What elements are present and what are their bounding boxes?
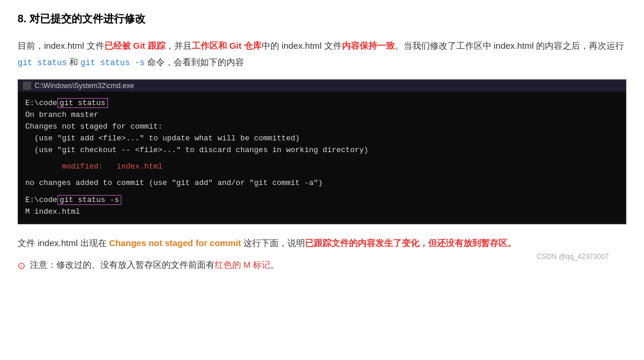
cmd-line-4: (use "git add <file>..." to update what … xyxy=(25,133,619,144)
para1-middle1: ，并且 xyxy=(165,41,192,51)
cmd-command-2: git status -s xyxy=(57,195,121,205)
cmd-line-5: (use "git checkout -- <file>..." to disc… xyxy=(25,144,619,156)
para1-highlight2: 工作区和 Git 仓库 xyxy=(192,41,262,51)
cmd-blank-2 xyxy=(25,173,619,177)
cmd-modified-line: modified: index.html xyxy=(25,161,619,173)
cmd-line-8: M index.html xyxy=(25,206,619,218)
para2-before: 文件 index.html 出现在 xyxy=(18,238,109,248)
cmd-prompt-1: E:\code xyxy=(25,99,57,107)
note-red: 红色的 M 标记 xyxy=(215,260,270,270)
cmd-command-1: git status xyxy=(57,98,108,108)
cmd-line-2: On branch master xyxy=(25,109,619,121)
cmd-line-3: Changes not staged for commit: xyxy=(25,121,619,133)
para1-highlight1: 已经被 Git 跟踪 xyxy=(104,41,165,51)
para1-before: 目前，index.html 文件 xyxy=(18,41,104,51)
para2-highlight-orange: Changes not staged for commit xyxy=(109,238,241,248)
cmd-line-7: E:\codegit status -s xyxy=(25,194,619,206)
csdn-watermark: CSDN @qq_42373007 xyxy=(537,253,609,261)
para1-middle2: 中的 index.html 文件 xyxy=(262,41,342,51)
para1-code2: git status -s xyxy=(80,58,144,68)
para1-end: 命令，会看到如下的内容 xyxy=(145,57,244,67)
note-after: 。 xyxy=(270,260,279,270)
note-box: ⊙ 注意：修改过的、没有放入暂存区的文件前面有红色的 M 标记。 xyxy=(18,260,626,271)
cmd-blank-3 xyxy=(25,190,619,194)
paragraph-2: 文件 index.html 出现在 Changes not staged for… xyxy=(18,235,626,251)
paragraph-1: 目前，index.html 文件已经被 Git 跟踪，并且工作区和 Git 仓库… xyxy=(18,38,626,71)
para2-middle: 这行下面，说明 xyxy=(241,238,305,248)
cmd-body: E:\codegit status On branch master Chang… xyxy=(18,92,626,224)
cmd-titlebar: C:\Windows\System32\cmd.exe xyxy=(18,80,626,92)
cmd-blank-1 xyxy=(25,156,619,161)
cmd-prompt-2: E:\code xyxy=(25,196,57,204)
note-text: 注意：修改过的、没有放入暂存区的文件前面有红色的 M 标记。 xyxy=(30,260,279,271)
note-before: 注意：修改过的、没有放入暂存区的文件前面有 xyxy=(30,260,215,270)
para1-highlight3: 内容保持一致 xyxy=(342,41,395,51)
cmd-line-1: E:\codegit status xyxy=(25,97,619,109)
cmd-title: C:\Windows\System32\cmd.exe xyxy=(35,82,134,90)
para1-and: 和 xyxy=(67,57,80,67)
note-icon: ⊙ xyxy=(18,260,25,271)
section-title: 8. 对已提交的文件进行修改 xyxy=(18,12,626,26)
para1-code1: git status xyxy=(18,58,67,68)
para1-after: 。当我们修改了工作区中 index.html 的内容之后，再次运行 xyxy=(395,41,625,51)
cmd-line-6: no changes added to commit (use "git add… xyxy=(25,177,619,189)
para2-highlight-bold: 已跟踪文件的内容发生了变化，但还没有放到暂存区。 xyxy=(305,238,516,248)
cmd-icon xyxy=(23,82,31,90)
cmd-window: C:\Windows\System32\cmd.exe E:\codegit s… xyxy=(18,79,626,224)
